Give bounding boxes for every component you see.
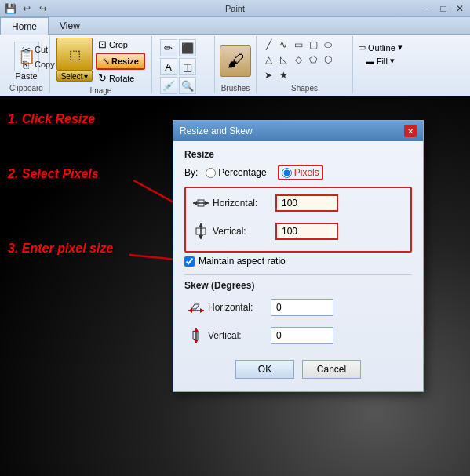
- resize-skew-dialog: Resize and Skew ✕ Resize By: Percentage …: [173, 120, 424, 392]
- vertical-resize-row: Vertical:: [189, 220, 407, 243]
- tab-home[interactable]: Home: [0, 17, 49, 35]
- eraser-tool[interactable]: ◫: [179, 58, 196, 75]
- vertical-skew-icon: [184, 324, 208, 347]
- quick-access-toolbar: 💾 ↩ ↪ Paint ─ □ ✕: [0, 0, 470, 17]
- image-label: Image: [90, 85, 112, 95]
- crop-label: Crop: [109, 40, 128, 49]
- shape-triangle[interactable]: △: [261, 53, 275, 67]
- copy-icon: ⎘: [20, 58, 32, 71]
- maximize-icon[interactable]: □: [436, 2, 450, 16]
- resize-section-label: Resize: [184, 149, 412, 160]
- ribbon-group-brushes: 🖌 Brushes: [215, 36, 257, 93]
- fill-button[interactable]: ▬ Fill ▾: [366, 56, 395, 66]
- shape-arrow[interactable]: ➤: [261, 68, 275, 82]
- vertical-arrows-icon: [191, 222, 210, 241]
- by-label: By:: [184, 167, 198, 178]
- pencil-tool[interactable]: ✏: [160, 39, 177, 56]
- pixels-radio[interactable]: Pixels: [278, 165, 323, 180]
- shape-curve[interactable]: ∿: [276, 38, 290, 52]
- step1-annotation: 1. Click Resize: [8, 112, 95, 126]
- cut-icon: ✂: [20, 43, 32, 56]
- outline-button[interactable]: ▭ Outline ▾: [358, 42, 403, 53]
- ribbon-group-tools: ✏ ⬛ A ◫ 💉 🔍 Tools: [152, 36, 215, 93]
- crop-button[interactable]: ⊡ Crop: [96, 38, 145, 51]
- fill-icon: ▬: [366, 56, 374, 66]
- brushes-button[interactable]: 🖌: [220, 45, 251, 77]
- horizontal-skew-row: Horizontal:: [184, 296, 412, 319]
- vertical-resize-input[interactable]: [275, 223, 338, 240]
- crop-icon: ⊡: [98, 38, 107, 50]
- resize-inputs-box: Horizontal: Vertical:: [184, 187, 412, 253]
- outline-label: Outline: [368, 43, 395, 53]
- resize-button[interactable]: ⤡ Resize: [96, 53, 145, 70]
- horizontal-arrows-icon: [191, 195, 210, 211]
- color-picker-tool[interactable]: 💉: [160, 77, 177, 94]
- select-button-wrap[interactable]: ⬚ Select ▾: [56, 38, 93, 82]
- shape-right-triangle[interactable]: ◺: [276, 53, 290, 67]
- dialog-close-button[interactable]: ✕: [404, 125, 417, 137]
- horizontal-resize-input[interactable]: [275, 194, 338, 212]
- fill-label: Fill: [377, 56, 388, 66]
- cancel-button[interactable]: Cancel: [302, 360, 361, 379]
- ribbon-group-image: ⬚ Select ▾ ⊡ Crop ⤡ Resize: [50, 36, 152, 93]
- clipboard-label: Clipboard: [9, 82, 43, 93]
- undo-icon[interactable]: ↩: [20, 2, 34, 16]
- horizontal-skew-label: Horizontal:: [208, 302, 271, 313]
- shape-rect[interactable]: ▭: [291, 38, 305, 52]
- step3-annotation: 3. Enter pixel size: [8, 242, 113, 256]
- outline-chevron: ▾: [398, 42, 403, 53]
- ribbon-group-shapes: ╱ ∿ ▭ ▢ ⬭ △ ◺ ◇ ⬠ ⬡ ➤ ★ Shapes: [257, 36, 353, 93]
- dialog-title-text: Resize and Skew: [180, 125, 253, 136]
- svg-marker-13: [200, 308, 204, 313]
- radio-group: Percentage Pixels: [206, 165, 322, 180]
- ribbon-group-outline-fill: ▭ Outline ▾ ▬ Fill ▾: [353, 36, 407, 93]
- rotate-button[interactable]: ↻ Rotate: [96, 71, 145, 85]
- tab-view[interactable]: View: [49, 17, 91, 34]
- brushes-label: Brushes: [221, 82, 250, 93]
- shape-rounded-rect[interactable]: ▢: [306, 38, 320, 52]
- text-tool[interactable]: A: [160, 58, 177, 75]
- shape-ellipse[interactable]: ⬭: [321, 38, 335, 52]
- fill-tool[interactable]: ⬛: [179, 39, 196, 56]
- pixels-label: Pixels: [294, 167, 319, 178]
- maintain-aspect-label: Maintain aspect ratio: [199, 256, 286, 267]
- vertical-skew-label: Vertical:: [208, 330, 271, 341]
- app-name: Paint: [225, 4, 245, 13]
- skew-section-label: Skew (Degrees): [184, 280, 412, 291]
- ok-button[interactable]: OK: [235, 360, 294, 379]
- maintain-aspect-row[interactable]: Maintain aspect ratio: [184, 256, 412, 267]
- maintain-aspect-checkbox[interactable]: [184, 256, 195, 267]
- shape-hexagon[interactable]: ⬡: [321, 53, 335, 67]
- magnifier-tool[interactable]: 🔍: [179, 77, 196, 94]
- ribbon-tabs: Home View: [0, 17, 470, 35]
- horizontal-skew-icon: [184, 296, 208, 319]
- dialog-body: Resize By: Percentage Pixels: [173, 141, 423, 391]
- shape-star[interactable]: ★: [276, 68, 290, 82]
- fill-chevron: ▾: [390, 56, 395, 66]
- shape-pentagon[interactable]: ⬠: [306, 53, 320, 67]
- pixels-radio-input[interactable]: [282, 168, 292, 178]
- save-icon[interactable]: 💾: [3, 2, 17, 16]
- shape-diamond[interactable]: ◇: [291, 53, 305, 67]
- svg-marker-5: [205, 201, 209, 205]
- percentage-radio-input[interactable]: [206, 168, 216, 178]
- brush-icon: 🖌: [227, 51, 244, 71]
- canvas-area: 1. Click Resize 2. Select Pixels 3. Ente…: [0, 96, 470, 476]
- horizontal-skew-input[interactable]: [271, 299, 333, 316]
- redo-icon[interactable]: ↪: [36, 2, 50, 16]
- shape-line[interactable]: ╱: [261, 38, 275, 52]
- rotate-icon: ↻: [98, 72, 107, 84]
- percentage-label: Percentage: [218, 167, 266, 178]
- select-dropdown-icon: ▾: [84, 72, 88, 81]
- rotate-label: Rotate: [109, 74, 134, 83]
- vertical-skew-input[interactable]: [271, 327, 333, 344]
- horizontal-resize-icon: [189, 191, 213, 215]
- outline-icon: ▭: [358, 42, 366, 53]
- dialog-title-bar: Resize and Skew ✕: [173, 121, 423, 141]
- shapes-label: Shapes: [291, 82, 318, 93]
- close-icon[interactable]: ✕: [453, 2, 467, 16]
- vertical-skew-row: Vertical:: [184, 324, 412, 347]
- minimize-icon[interactable]: ─: [420, 2, 434, 16]
- select-label: Select: [61, 72, 83, 81]
- percentage-radio[interactable]: Percentage: [206, 165, 266, 180]
